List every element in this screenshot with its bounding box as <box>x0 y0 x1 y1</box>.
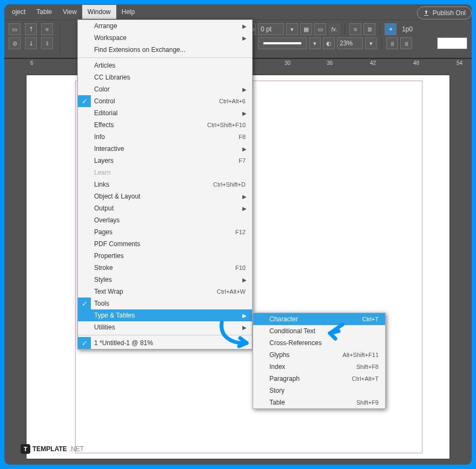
opacity-field[interactable] <box>337 37 363 49</box>
menu-label: Editorial <box>94 109 246 117</box>
stroke-weight-field[interactable] <box>258 23 284 35</box>
menu-table[interactable]: Table <box>31 5 57 19</box>
menu-item-table[interactable]: TableShift+F9 <box>253 397 385 408</box>
menu-item-workspace[interactable]: Workspace▶ <box>78 32 252 44</box>
separator <box>60 23 60 54</box>
align-h1-icon[interactable]: ⫼ <box>386 37 398 49</box>
distribute-icon[interactable]: ⫴ <box>41 37 53 49</box>
menu-label: Color <box>94 85 246 93</box>
ruler-tick: 54 <box>457 60 462 66</box>
menu-window[interactable]: Window <box>82 5 116 19</box>
menu-item-object-layout[interactable]: Object & Layout▶ <box>78 190 252 202</box>
menu-label: Properties <box>94 252 246 260</box>
menu-item-index[interactable]: IndexShift+F8 <box>253 361 385 373</box>
menu-item-find-extensions-on-exchange-[interactable]: Find Extensions on Exchange... <box>78 44 252 56</box>
no-link-icon[interactable]: ⊘ <box>9 37 21 49</box>
logo-suffix: .NET <box>69 445 84 453</box>
ruler-tick: 6 <box>30 60 34 66</box>
align-mid-icon[interactable]: ≡ <box>41 23 53 35</box>
menu-item-articles[interactable]: Articles <box>78 60 252 71</box>
menu-item-1-untitled-1-81-[interactable]: ✓1 *Untitled-1 @ 81% <box>78 337 252 349</box>
menu-label: Conditional Text <box>269 327 379 335</box>
chevron-right-icon: ▶ <box>242 35 247 41</box>
menu-label: Paragraph <box>269 375 352 382</box>
menu-item-arrange[interactable]: Arrange▶ <box>78 20 252 32</box>
stroke-style[interactable] <box>258 37 307 49</box>
menu-item-type-tables[interactable]: Type & Tables▶ <box>78 309 252 321</box>
check-icon: ✓ <box>78 298 91 309</box>
fx-button[interactable]: fx. <box>328 23 340 35</box>
menu-separator <box>78 335 252 335</box>
menu-item-layers[interactable]: LayersF7 <box>78 155 252 167</box>
menu-item-pages[interactable]: PagesF12 <box>78 226 252 238</box>
align-top-icon[interactable]: ⤒ <box>25 23 37 35</box>
menu-label: PDF Comments <box>94 240 246 248</box>
menu-item-stroke[interactable]: StrokeF10 <box>78 262 252 274</box>
menu-item-overlays[interactable]: Overlays <box>78 214 252 226</box>
menu-view[interactable]: View <box>57 5 82 19</box>
menu-shortcut: Ctrl+T <box>362 316 379 322</box>
menu-item-conditional-text[interactable]: Conditional Text <box>253 325 385 337</box>
menu-separator <box>78 57 252 58</box>
align-h2-icon[interactable]: ⫼ <box>400 37 412 49</box>
chevron-right-icon: ▶ <box>242 23 247 29</box>
menu-label: Stroke <box>94 264 235 272</box>
type-tables-submenu: CharacterCtrl+TConditional TextCross-Ref… <box>253 313 386 409</box>
chevron-right-icon: ▶ <box>242 206 247 212</box>
menu-label: Table <box>269 399 356 406</box>
menu-label: Learn <box>94 169 246 176</box>
menu-shortcut: F8 <box>239 134 246 140</box>
menu-item-paragraph[interactable]: ParagraphCtrl+Alt+T <box>253 373 385 385</box>
menu-item-text-wrap[interactable]: Text WrapCtrl+Alt+W <box>78 286 252 298</box>
chevron-right-icon: ▶ <box>242 194 247 200</box>
menu-shortcut: Ctrl+Shift+D <box>213 181 246 188</box>
menu-item-glyphs[interactable]: GlyphsAlt+Shift+F11 <box>253 349 385 361</box>
menu-item-info[interactable]: InfoF8 <box>78 131 252 143</box>
paragraph-left-icon[interactable]: ≡ <box>349 23 361 35</box>
menu-item-links[interactable]: LinksCtrl+Shift+D <box>78 179 252 190</box>
paragraph-center-icon[interactable]: ≣ <box>363 23 375 35</box>
app-frame: ojectTableViewWindowHelp Publish Onl ▭ ⊘… <box>4 4 472 465</box>
menu-item-styles[interactable]: Styles▶ <box>78 274 252 286</box>
opacity-dropdown[interactable]: ▾ <box>365 37 377 49</box>
container-icon[interactable]: ▭ <box>9 23 21 35</box>
grid-icon[interactable]: ▦ <box>300 23 312 35</box>
menu-item-tools[interactable]: ✓Tools <box>78 298 252 309</box>
menu-item-utilities[interactable]: Utilities▶ <box>78 321 252 333</box>
publish-button[interactable]: Publish Onl <box>417 6 472 19</box>
menu-item-output[interactable]: Output▶ <box>78 202 252 214</box>
menu-item-effects[interactable]: EffectsCtrl+Shift+F10 <box>78 119 252 131</box>
menu-item-cc-libraries[interactable]: CC Libraries <box>78 71 252 83</box>
align-bottom-icon[interactable]: ⤓ <box>25 37 37 49</box>
transform-icon[interactable]: ✦ <box>385 23 396 35</box>
menu-shortcut: Ctrl+Shift+F10 <box>207 122 246 128</box>
menu-label: Cross-References <box>269 339 379 347</box>
menu-label: Arrange <box>94 22 246 30</box>
menu-item-interactive[interactable]: Interactive▶ <box>78 143 252 155</box>
menu-label: Glyphs <box>269 351 342 359</box>
menu-item-cross-references[interactable]: Cross-References <box>253 337 385 349</box>
pt-dropdown[interactable]: ▾ <box>286 23 298 35</box>
menu-item-properties[interactable]: Properties <box>78 250 252 262</box>
menu-item-character[interactable]: CharacterCtrl+T <box>253 313 385 325</box>
menu-label: Index <box>269 363 356 371</box>
menu-item-control[interactable]: ✓ControlCtrl+Alt+6 <box>78 95 252 107</box>
menu-help[interactable]: Help <box>116 5 141 19</box>
menu-shortcut: Ctrl+Alt+6 <box>219 98 246 104</box>
menu-item-story[interactable]: Story <box>253 385 385 397</box>
menubar: ojectTableViewWindowHelp <box>4 4 472 19</box>
opacity-icon[interactable]: ◐ <box>323 37 335 49</box>
stroke-style-dropdown[interactable]: ▾ <box>309 37 321 49</box>
page-thumb[interactable] <box>437 37 467 49</box>
outline-icon[interactable]: ▭ <box>314 23 326 35</box>
menu-oject[interactable]: oject <box>6 5 31 19</box>
menu-item-pdf-comments[interactable]: PDF Comments <box>78 238 252 250</box>
menu-label: Story <box>269 387 379 394</box>
chevron-right-icon: ▶ <box>242 110 247 116</box>
menu-item-color[interactable]: Color▶ <box>78 83 252 95</box>
check-icon: ✓ <box>78 95 91 107</box>
check-icon: ✓ <box>78 337 91 349</box>
menu-label: Tools <box>94 300 246 307</box>
menu-item-editorial[interactable]: Editorial▶ <box>78 107 252 119</box>
menu-label: Interactive <box>94 145 246 153</box>
